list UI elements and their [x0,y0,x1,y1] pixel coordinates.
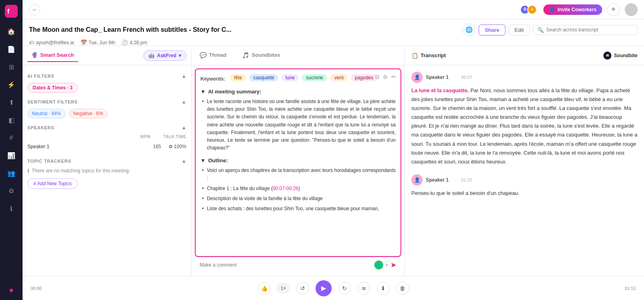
time-value: 4:28 pm [130,40,147,46]
sentiment-section: SENTIMENT FILTERS ▲ [27,99,186,105]
send-button[interactable]: ➤ [390,261,396,269]
share-button[interactable]: Share [479,25,505,35]
dates-times-badge[interactable]: Dates & Times · 3 [27,83,78,93]
negative-badge[interactable]: Negative · 6% [69,109,108,118]
keyword-pagodes[interactable]: pagodes [351,74,377,81]
add-topics-button[interactable]: # Add New Topics [27,178,78,189]
speed-button[interactable]: 1× [277,283,290,293]
speaker-info-1: 👤 Speaker 1 · 00:07 [411,72,638,83]
outline-title: Outline: [208,157,228,163]
askfred-label: AskFred [157,53,176,58]
edit-button[interactable]: Edit [509,25,530,35]
comment-icons: 🌐 ▾ ➤ [374,261,396,269]
edit-icon[interactable]: ✏ [391,73,396,81]
play-button[interactable]: ▶ [316,280,332,296]
user-avatar[interactable] [625,3,638,16]
transcript-entry-1: 👤 Speaker 1 · 00:07 La lune et la casque… [411,72,638,166]
globe-button[interactable]: 🌐 [462,23,475,36]
time-left: 00:00 [31,286,42,291]
askfred-button[interactable]: 🤖 AskFred ▾ [143,50,186,61]
thread-icon: 💬 [200,52,206,58]
sidebar-item-grid[interactable]: ⊞ [4,60,19,74]
rewind-button[interactable]: ↺ [296,282,309,295]
speakers-toggle[interactable]: ▲ [182,125,186,130]
user-icon: 🏷 [29,39,34,46]
info-icon: ℹ [27,168,29,174]
keyword-sucrerie[interactable]: sucrerie [302,74,327,81]
keywords-row: Keywords: fête casquette lune sucrerie v… [200,74,396,84]
app-logo[interactable]: f [5,5,18,18]
invite-coworkers-button[interactable]: 👤 Invite Coworkers [543,4,602,15]
sidebar-item-settings[interactable]: ⚙ [4,184,19,198]
svg-text:f: f [7,8,10,15]
tab-soundbites[interactable]: 🎵 Soundbites [234,46,288,65]
sidebar: f 🏠 📄 ⊞ ⚡ ⬆ ◧ # 📊 👥 ⚙ ℹ [0,0,23,300]
header-meta: 🏷 ayush@fireflies.ai 📅 Tue, Jun 6th 🕐 4:… [29,39,638,46]
content-area: 🔮 Smart Search 🤖 AskFred ▾ AI FILTERS ▲ … [23,46,644,276]
speaker-avatar-2: 👤 [411,174,423,186]
sidebar-item-chart[interactable]: 📊 [4,148,19,163]
sidebar-item-home[interactable]: 🏠 [4,24,19,39]
delete-button[interactable]: 🗑 [396,282,409,295]
topic-section: TOPIC TRACKERS ▲ [27,158,186,164]
keyword-fete[interactable]: fête [230,74,246,81]
add-button[interactable]: + [607,3,620,16]
invite-icon: 👤 [549,7,555,12]
talk-percent: 100% [174,144,186,149]
thread-toolbar: ⧉ ⊕ ✏ [375,73,396,81]
sentiment-title: SENTIMENT FILTERS [27,99,78,104]
thumbs-up-button[interactable]: 👍 [258,282,270,295]
sidebar-item-hash[interactable]: # [4,130,19,145]
smart-search-label: Smart Search [40,52,74,58]
back-button[interactable]: ← [29,4,40,15]
ai-summary-header[interactable]: ▼ AI meeting summary: [200,89,396,95]
topic-toggle[interactable]: ▲ [182,158,186,164]
neutral-badge[interactable]: Neutral · 94% [27,109,66,118]
ai-summary-title: AI meeting summary: [208,89,261,95]
ai-filters-toggle[interactable]: ▲ [182,73,186,79]
chevron-down-small-icon[interactable]: ▾ [386,263,388,268]
soundbites-tab-label: Soundbites [252,52,280,58]
keyword-lune[interactable]: lune [281,74,299,81]
sidebar-item-info[interactable]: ℹ [4,201,19,216]
outline-link-1[interactable]: 00:07-00:26 [272,186,298,191]
transcript-highlight-1: La lune et la casquette. [411,87,469,93]
sidebar-item-lightning[interactable]: ⚡ [4,77,19,92]
outline-header[interactable]: ▼ Outline: [200,157,396,163]
sentiment-toggle[interactable]: ▲ [182,99,186,105]
comment-input[interactable] [200,262,371,268]
comment-globe-icon[interactable]: 🌐 [374,261,383,269]
soundbite-button[interactable]: ≋ Soundbite [603,52,638,60]
sidebar-item-notes[interactable]: 📄 [4,42,19,56]
thread-tab-label: Thread [209,52,226,58]
waveform-button[interactable]: ≋ [357,282,370,295]
speaker1-talk: 100% [169,144,186,149]
transcript-tab[interactable]: 📋 Transcript [411,52,446,59]
speaker1-name: Speaker 1 [27,144,145,149]
author-meta: 🏷 ayush@fireflies.ai [29,39,74,46]
copy-icon[interactable]: ⧉ [375,73,380,81]
speaker-time-2: 01:25 [461,178,473,182]
transcript-text-1: La lune et la casquette. Par Noni, nous … [411,86,638,166]
bottom-bar: 00:00 👍 1× ↺ ▶ ↻ ≋ ⬇ 🗑 01:51 [23,276,644,300]
sidebar-item-upload[interactable]: ⬆ [4,95,19,110]
header-actions: 🌐 Share Edit 🔍 [462,23,638,36]
keyword-casquette[interactable]: casquette [249,74,278,81]
transcript-content: 👤 Speaker 1 · 00:07 La lune et la casque… [405,65,644,276]
keyword-vent[interactable]: vent [330,74,348,81]
tab-thread[interactable]: 💬 Thread [192,46,234,65]
sidebar-item-people[interactable]: 👥 [4,166,19,180]
ai-filters-section: AI FILTERS ▲ [27,73,186,79]
speaker-time-1: 00:07 [461,75,473,80]
tab-smart-search[interactable]: 🔮 Smart Search [27,49,78,62]
sidebar-item-layers[interactable]: ◧ [4,113,19,127]
dates-times-filter[interactable]: Dates & Times · 3 [27,83,186,93]
forward-button[interactable]: ↻ [338,282,351,295]
speakers-title: SPEAKERS [27,125,54,130]
chevron-down-icon-outline: ▼ [200,157,206,163]
soundbite-icon: ≋ [603,52,611,60]
search-input[interactable] [546,27,633,33]
layers-icon[interactable]: ⊕ [383,73,388,81]
download-button[interactable]: ⬇ [377,282,390,295]
transcript-search-bar[interactable]: 🔍 [533,25,638,35]
